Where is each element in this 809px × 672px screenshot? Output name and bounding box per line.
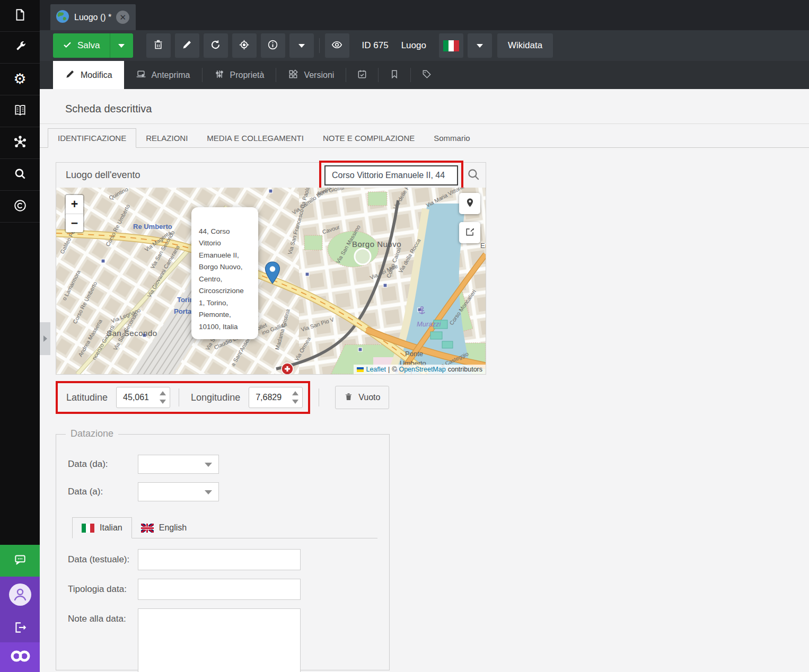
map-attribution: Leaflet | © OpenStreetMap contributors bbox=[354, 365, 486, 374]
dropdown-caret-icon bbox=[477, 44, 483, 48]
document-icon bbox=[13, 8, 27, 24]
save-label: Salva bbox=[77, 40, 100, 51]
tag-icon bbox=[421, 69, 432, 82]
toolbar-divider bbox=[319, 38, 320, 53]
refresh-button[interactable] bbox=[204, 33, 228, 58]
globe-icon bbox=[56, 10, 69, 25]
spinner-down-icon[interactable] bbox=[160, 400, 166, 404]
sidebar-item-relations[interactable] bbox=[0, 127, 40, 159]
tab-note-compilazione[interactable]: NOTE E COMPILAZIONE bbox=[313, 129, 424, 147]
date-type-label: Tipologia data: bbox=[68, 584, 138, 595]
tab-sommario[interactable]: Sommario bbox=[424, 129, 479, 147]
sidebar-item-chat[interactable] bbox=[0, 545, 40, 577]
zoom-out-button[interactable]: − bbox=[66, 214, 83, 232]
chat-icon bbox=[13, 553, 27, 569]
record-content: Scheda descrittiva IDENTIFICAZIONE RELAZ… bbox=[40, 89, 809, 672]
sliders-icon bbox=[214, 69, 225, 82]
language-flag-button[interactable] bbox=[439, 33, 463, 58]
preview-button[interactable] bbox=[325, 33, 349, 58]
date-type-input[interactable] bbox=[138, 579, 301, 600]
address-search-input[interactable] bbox=[324, 165, 458, 185]
versions-icon bbox=[288, 69, 298, 82]
tab-proprieta[interactable]: Proprietà bbox=[203, 61, 276, 89]
tab-modifica[interactable]: Modifica bbox=[53, 61, 124, 89]
info-icon bbox=[267, 39, 278, 52]
map-header: Luogo dell'evento bbox=[56, 163, 486, 188]
search-icon[interactable] bbox=[467, 167, 480, 183]
save-dropdown[interactable] bbox=[110, 33, 133, 58]
tab-bookmarks[interactable] bbox=[379, 61, 410, 89]
map-marker-icon[interactable] bbox=[265, 261, 280, 287]
dropdown-caret-icon bbox=[118, 44, 125, 48]
leaflet-map[interactable]: QuintinoRe UmbertoVia MagentaCorso Re Um… bbox=[56, 188, 486, 374]
eye-icon bbox=[331, 39, 342, 52]
main-area: Luogo () * ✕ Salva bbox=[40, 0, 809, 672]
clear-coordinates-button[interactable]: Vuoto bbox=[335, 386, 389, 409]
poi-red-cross bbox=[282, 363, 293, 374]
event-place-label: Luogo dell'evento bbox=[66, 170, 319, 181]
more-actions-button[interactable] bbox=[289, 33, 314, 58]
info-button[interactable] bbox=[261, 33, 285, 58]
date-to-select[interactable] bbox=[138, 482, 219, 501]
sidebar-item-search[interactable] bbox=[0, 159, 40, 191]
record-id: ID 675 bbox=[362, 40, 389, 51]
zoom-in-button[interactable]: + bbox=[66, 195, 83, 214]
language-tabs: Italian English bbox=[72, 517, 377, 538]
uk-flag bbox=[141, 524, 154, 533]
sidebar-item-profile[interactable] bbox=[0, 577, 40, 615]
laptop-icon bbox=[136, 69, 146, 82]
map-pin-button[interactable] bbox=[459, 193, 480, 214]
infinity-logo bbox=[8, 648, 32, 666]
coords-annotation-box: Latitudine Longitudine bbox=[56, 381, 310, 414]
sidebar-item-rights[interactable] bbox=[0, 191, 40, 223]
spinner-up-icon[interactable] bbox=[160, 391, 166, 395]
close-icon[interactable]: ✕ bbox=[116, 11, 129, 24]
panel-collapse-handle[interactable] bbox=[40, 322, 50, 355]
gear-icon: ⚙ bbox=[13, 72, 26, 86]
longitude-input[interactable] bbox=[249, 387, 284, 408]
tab-relazioni[interactable]: RELAZIONI bbox=[136, 129, 197, 147]
latitude-input[interactable] bbox=[117, 387, 152, 408]
record-type: Luogo bbox=[401, 40, 426, 51]
tab-versioni[interactable]: Versioni bbox=[276, 61, 346, 89]
map-edit-button[interactable] bbox=[459, 222, 480, 243]
sidebar-item-documents[interactable] bbox=[0, 0, 40, 32]
copyright-icon bbox=[13, 199, 27, 215]
sidebar-item-logout[interactable] bbox=[0, 615, 40, 642]
tab-tags[interactable] bbox=[411, 61, 443, 89]
tab-english[interactable]: English bbox=[132, 518, 196, 538]
tab-media-collegamenti[interactable]: MEDIA E COLLEGAMENTI bbox=[197, 129, 313, 147]
pin-icon bbox=[465, 198, 475, 210]
delete-button[interactable] bbox=[146, 33, 171, 58]
wikidata-button[interactable]: Wikidata bbox=[497, 33, 553, 58]
map-popup-text: 44, Corso Vittorio Emanuele II, Borgo Nu… bbox=[199, 227, 244, 331]
sidebar-brand[interactable] bbox=[0, 642, 40, 672]
italian-flag bbox=[82, 524, 94, 533]
date-from-select[interactable] bbox=[138, 455, 219, 474]
document-tab[interactable]: Luogo () * ✕ bbox=[50, 4, 136, 30]
sidebar-item-catalog[interactable] bbox=[0, 95, 40, 127]
sidebar-item-settings[interactable]: ⚙ bbox=[0, 64, 40, 95]
target-icon bbox=[239, 39, 250, 52]
save-button[interactable]: Salva bbox=[53, 33, 133, 58]
tab-tasks[interactable] bbox=[346, 61, 378, 89]
date-text-input[interactable] bbox=[138, 549, 301, 570]
view-ribbon: Modifica Anteprima Proprietà Versioni bbox=[40, 61, 809, 89]
edit-button[interactable] bbox=[175, 33, 199, 58]
leaflet-link[interactable]: Leaflet bbox=[366, 366, 386, 373]
sidebar-item-tools[interactable] bbox=[0, 32, 40, 64]
wrench-icon bbox=[13, 40, 27, 56]
search-icon bbox=[13, 167, 27, 183]
spinner-down-icon[interactable] bbox=[292, 400, 298, 404]
tab-anteprima[interactable]: Anteprima bbox=[124, 61, 202, 89]
spinner-up-icon[interactable] bbox=[292, 391, 298, 395]
osm-link[interactable]: OpenStreetMap bbox=[399, 366, 445, 373]
tab-identificazione[interactable]: IDENTIFICAZIONE bbox=[48, 128, 136, 148]
dropdown-caret-icon bbox=[205, 490, 212, 494]
language-dropdown[interactable] bbox=[468, 33, 492, 58]
tab-italian[interactable]: Italian bbox=[72, 517, 132, 538]
main-toolbar: Salva ID 675 Luogo Wikidata bbox=[40, 30, 809, 61]
locate-button[interactable] bbox=[232, 33, 257, 58]
date-notes-textarea[interactable] bbox=[138, 608, 301, 672]
chevron-right-icon bbox=[43, 335, 47, 342]
